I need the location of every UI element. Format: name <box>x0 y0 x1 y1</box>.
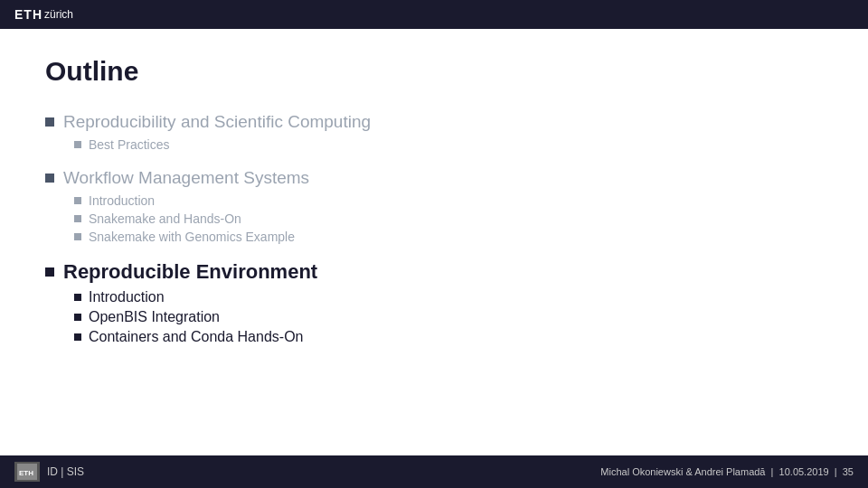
outline-item-3: Reproducible Environment Introduction Op… <box>45 260 823 345</box>
sub-label-1-1: Best Practices <box>89 137 169 152</box>
sub-bullet-1-1 <box>74 141 81 148</box>
footer-bar: ETH ID | SIS Michal Okoniewski & Andrei … <box>0 455 868 488</box>
sub-label-2-1: Introduction <box>89 193 155 208</box>
sub-list-1: Best Practices <box>74 137 823 152</box>
main-content: Outline Reproducibility and Scientific C… <box>0 29 868 455</box>
outline-item-2: Workflow Management Systems Introduction… <box>45 168 823 244</box>
sub-label-3-2: OpenBIS Integration <box>89 309 220 325</box>
sub-label-2-2: Snakemake and Hands-On <box>89 211 241 226</box>
outline-item-2-label: Workflow Management Systems <box>63 168 309 188</box>
outline-item-3-main: Reproducible Environment <box>45 260 823 284</box>
sub-bullet-3-1 <box>74 294 81 301</box>
sub-item-2-3: Snakemake with Genomics Example <box>74 230 823 244</box>
outline-item-2-main: Workflow Management Systems <box>45 168 823 188</box>
sub-item-1-1: Best Practices <box>74 137 823 152</box>
sub-item-3-3: Containers and Conda Hands-On <box>74 329 823 345</box>
bullet-2 <box>45 174 54 183</box>
svg-text:ETH: ETH <box>19 469 33 477</box>
outline-item-3-label: Reproducible Environment <box>63 260 317 284</box>
sub-label-2-3: Snakemake with Genomics Example <box>89 230 295 244</box>
sub-list-3: Introduction OpenBIS Integration Contain… <box>74 289 823 345</box>
page-title: Outline <box>45 56 823 87</box>
sub-item-2-2: Snakemake and Hands-On <box>74 211 823 226</box>
sub-label-3-3: Containers and Conda Hands-On <box>89 329 303 345</box>
sub-item-2-1: Introduction <box>74 193 823 208</box>
footer-logo-small: ETH <box>14 462 40 482</box>
outline-item-1-main: Reproducibility and Scientific Computing <box>45 112 823 132</box>
sub-bullet-3-3 <box>74 333 81 341</box>
outline-item-1: Reproducibility and Scientific Computing… <box>45 112 823 152</box>
footer-id-label: ID | SIS <box>47 465 84 478</box>
outline-list: Reproducibility and Scientific Computing… <box>45 112 823 345</box>
footer-left: ETH ID | SIS <box>14 462 84 482</box>
header-bar: ETH zürich <box>0 0 868 29</box>
footer-credit: Michal Okoniewski & Andrei Plamadă <box>600 466 765 477</box>
eth-logo: ETH zürich <box>14 7 73 22</box>
footer-page: 35 <box>843 466 854 477</box>
sub-label-3-1: Introduction <box>89 289 165 305</box>
sub-bullet-2-3 <box>74 233 81 240</box>
sub-bullet-2-2 <box>74 215 81 222</box>
sub-bullet-2-1 <box>74 197 81 204</box>
sub-bullet-3-2 <box>74 314 81 321</box>
outline-item-1-label: Reproducibility and Scientific Computing <box>63 112 371 132</box>
footer-date: 10.05.2019 <box>779 466 829 477</box>
sub-list-2: Introduction Snakemake and Hands-On Snak… <box>74 193 823 244</box>
bullet-1 <box>45 117 54 127</box>
sub-item-3-1: Introduction <box>74 289 823 305</box>
sub-item-3-2: OpenBIS Integration <box>74 309 823 325</box>
bullet-3 <box>45 267 54 277</box>
footer-right: Michal Okoniewski & Andrei Plamadă | 10.… <box>600 466 854 477</box>
eth-logo-text: ETH <box>14 7 42 22</box>
eth-logo-sub: zürich <box>44 8 73 21</box>
